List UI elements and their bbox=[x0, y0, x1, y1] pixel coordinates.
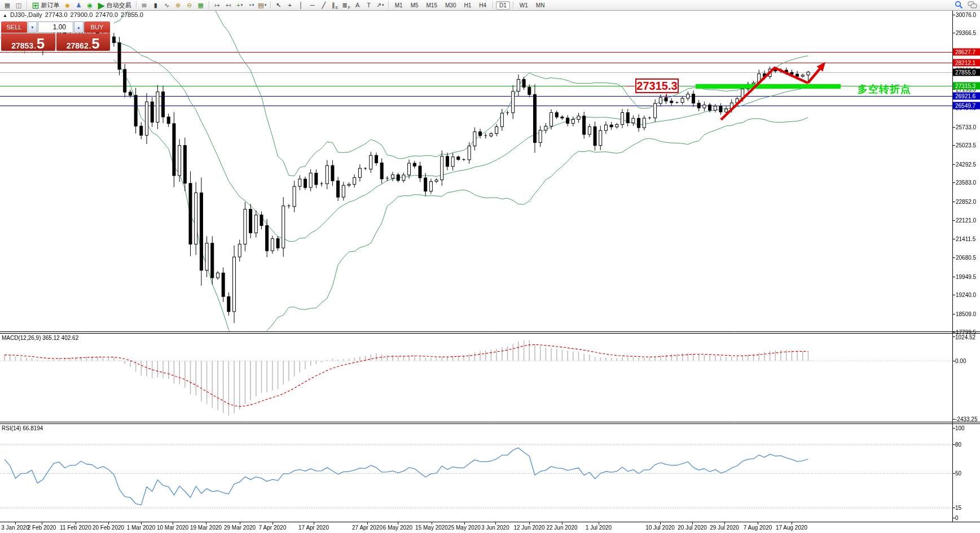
zoom-out-icon[interactable]: ⊖ bbox=[184, 1, 195, 10]
macd-indicator-label: MACD(12,26,9) 365.12 402.62 bbox=[2, 335, 78, 341]
template-icon[interactable]: ▤▾ bbox=[257, 1, 268, 10]
toolbar-separator bbox=[209, 1, 209, 9]
signals-icon[interactable]: ◉ bbox=[84, 1, 95, 10]
price-level-label: 26921.6 bbox=[953, 93, 980, 100]
new-chart-icon[interactable]: ▦ bbox=[2, 1, 13, 10]
timeframe-m30[interactable]: M30 bbox=[442, 1, 459, 10]
price-level-label: 26549.7 bbox=[953, 102, 980, 110]
date-tick-label: 3 Jan 2020 bbox=[1, 525, 29, 531]
macd-tick-label: 0.00 bbox=[955, 358, 966, 364]
volume-input[interactable]: 1.00 bbox=[38, 21, 73, 33]
price-tick-label: 29366.5 bbox=[956, 30, 976, 36]
rsi-tick-label: 100 bbox=[955, 425, 965, 431]
ohlc-open: 27743.0 bbox=[45, 11, 68, 18]
tile-windows-icon[interactable]: ▦ bbox=[195, 1, 206, 10]
date-tick-label: 6 May 2020 bbox=[383, 525, 412, 531]
date-tick-label: 1 Jul 2020 bbox=[586, 525, 612, 531]
date-tick-label: 25 May 2020 bbox=[448, 525, 481, 531]
toolbar-right bbox=[955, 1, 977, 9]
date-tick-label: 2 Feb 2020 bbox=[28, 525, 56, 531]
date-tick-label: 20 Jul 2020 bbox=[678, 525, 707, 531]
accounts-icon[interactable]: ♟ bbox=[73, 1, 84, 10]
chart-overlays: ▲DJ30-,Daily27743.027900.027470.027855.0… bbox=[0, 0, 980, 533]
toolbar-separator bbox=[136, 1, 137, 9]
date-tick-label: 7 Apr 2020 bbox=[259, 525, 286, 531]
buy-button[interactable]: BUY bbox=[84, 21, 110, 33]
price-tick-label: 23583.0 bbox=[956, 180, 976, 186]
auto-scroll-icon[interactable]: ↦ bbox=[212, 1, 223, 10]
timeframe-h1[interactable]: H1 bbox=[460, 1, 474, 10]
hline-icon[interactable]: ─ bbox=[307, 1, 318, 10]
price-level-label: 27315.3 bbox=[953, 82, 980, 90]
timeframe-mn[interactable]: MN bbox=[533, 1, 548, 10]
symbol-name: DJ30-,Daily bbox=[10, 11, 42, 18]
chat-icon[interactable] bbox=[968, 1, 977, 9]
ohlc-low: 27470.0 bbox=[95, 11, 118, 18]
date-tick-label: 3 Jun 2020 bbox=[481, 525, 509, 531]
period-icon[interactable]: ◔▾ bbox=[245, 1, 257, 10]
chart-shift-icon[interactable]: ↤ bbox=[223, 1, 234, 10]
volume-increase-button[interactable]: ▲ bbox=[74, 21, 84, 33]
date-tick-label: 11 Feb 2020 bbox=[60, 525, 91, 531]
label-icon[interactable]: T bbox=[363, 1, 375, 10]
date-tick-label: 15 May 2020 bbox=[415, 525, 448, 531]
price-tick-label: 30076.0 bbox=[956, 12, 976, 18]
vline-icon[interactable]: │ bbox=[296, 1, 307, 10]
price-tick-label: 24292.5 bbox=[956, 161, 976, 167]
price-tick-label: 18509.0 bbox=[956, 311, 976, 317]
fibonacci-icon[interactable]: ≣F bbox=[341, 1, 352, 10]
date-tick-label: 7 Aug 2020 bbox=[744, 525, 772, 531]
buy-price[interactable]: 27862.5 bbox=[56, 33, 111, 51]
line-chart-icon[interactable]: ∿ bbox=[161, 1, 173, 10]
price-level-annotation: 27315.3 bbox=[635, 78, 679, 93]
rsi-tick-label: 50 bbox=[955, 470, 961, 477]
date-tick-label: 10 Mar 2020 bbox=[157, 525, 188, 531]
timeframe-d1[interactable]: D1 bbox=[496, 1, 510, 10]
timeframe-w1[interactable]: W1 bbox=[516, 1, 531, 10]
sell-price[interactable]: 27853.5 bbox=[1, 33, 55, 51]
one-click-trade-panel: SELL ▼ 1.00 ▲ BUY 27853.5 27862.5 bbox=[1, 21, 110, 51]
toolbar-separator bbox=[27, 1, 27, 9]
toolbar-separator bbox=[493, 1, 493, 9]
crosshair-icon[interactable]: + bbox=[284, 1, 296, 10]
sell-button[interactable]: SELL bbox=[1, 21, 27, 33]
arrows-icon[interactable]: ↗▾ bbox=[375, 1, 386, 10]
symbol-triangle-icon: ▲ bbox=[3, 13, 7, 18]
macd-tick-label: -2433.25 bbox=[955, 416, 977, 422]
cursor-icon[interactable]: ↖ bbox=[273, 1, 284, 10]
price-tick-label: 22121.0 bbox=[956, 217, 976, 224]
trendline-icon[interactable]: ╱ bbox=[318, 1, 329, 10]
volume-decrease-button[interactable]: ▼ bbox=[28, 21, 37, 33]
date-tick-label: 12 Jun 2020 bbox=[513, 525, 544, 531]
profiles-icon[interactable]: ◫ bbox=[13, 1, 24, 10]
timeframe-m15[interactable]: M15 bbox=[423, 1, 441, 10]
rsi-tick-label: 0 bbox=[955, 515, 959, 521]
timeframe-h4[interactable]: H4 bbox=[476, 1, 490, 10]
rsi-tick-label: 15 bbox=[955, 504, 961, 510]
ohlc-high: 27900.0 bbox=[71, 11, 93, 18]
rsi-indicator-label: RSI(14) 66.8194 bbox=[2, 425, 43, 431]
price-level-label: 28212.1 bbox=[953, 59, 980, 67]
search-icon[interactable] bbox=[955, 1, 963, 9]
text-icon[interactable]: A bbox=[352, 1, 363, 10]
bar-chart-icon[interactable]: ≣ bbox=[139, 1, 150, 10]
date-tick-label: 19 Mar 2020 bbox=[190, 525, 222, 531]
new-order-button[interactable]: ⊞新订单 bbox=[29, 1, 61, 10]
channel-icon[interactable]: ∥E bbox=[329, 1, 341, 10]
timeframe-m5[interactable]: M5 bbox=[407, 1, 422, 10]
date-tick-label: 27 Apr 2020 bbox=[352, 525, 383, 531]
toolbar-separator bbox=[388, 1, 389, 9]
autotrading-button[interactable]: ▶自动交易 bbox=[95, 1, 133, 10]
date-tick-label: 29 Mar 2020 bbox=[224, 525, 256, 531]
candle-chart-icon[interactable]: ▮ bbox=[150, 1, 161, 10]
timeframe-m1[interactable]: M1 bbox=[392, 1, 406, 10]
history-center-icon[interactable]: ◆ bbox=[61, 1, 73, 10]
toolbar: ▦◫⊞新订单◆♟◉▶自动交易≣▮∿⊕⊖▦↦↤+▾◔▾▤▾↖+│─╱∥E≣FAT↗… bbox=[0, 0, 980, 11]
price-level-label: 27855.0 bbox=[953, 68, 980, 76]
add-indicator-icon[interactable]: +▾ bbox=[234, 1, 245, 10]
price-level-label: 28627.7 bbox=[953, 49, 980, 56]
zoom-in-icon[interactable]: ⊕ bbox=[173, 1, 184, 10]
symbol-info: ▲DJ30-,Daily27743.027900.027470.027855.0 bbox=[3, 11, 146, 18]
rsi-tick-label: 80 bbox=[955, 441, 961, 447]
date-tick-label: 10 Jul 2020 bbox=[645, 525, 675, 531]
